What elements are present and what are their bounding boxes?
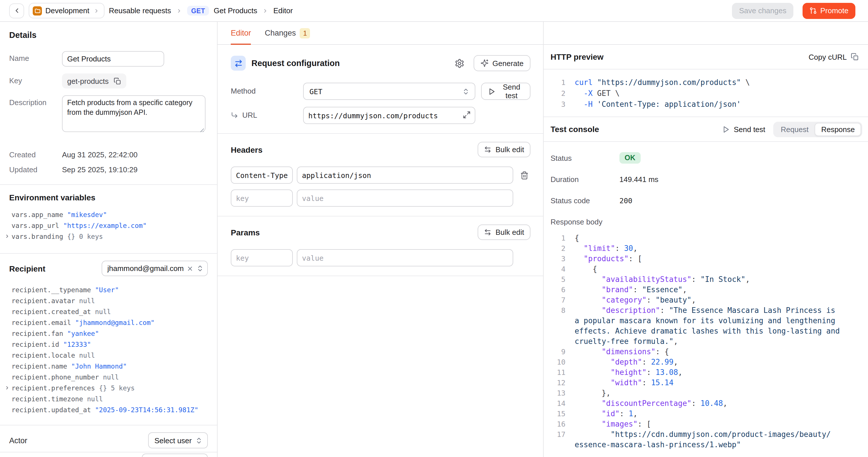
header-key-input[interactable]: [231, 189, 293, 207]
test-console-title: Test console: [551, 125, 714, 134]
chevron-left-icon: [13, 7, 20, 14]
code-text: "category": "beauty",: [575, 295, 696, 305]
breadcrumb-request-name[interactable]: Get Products: [214, 6, 257, 15]
recipient-attr-row: recipient.__typename"User": [9, 284, 208, 295]
env-var-row: vars.app_url"https://example.com": [9, 220, 208, 231]
code-line: 14 "discountPercentage": 10.48,: [551, 398, 868, 409]
test-console-results: Status OK Duration 149.441 ms Status cod…: [544, 142, 868, 226]
code-line: 16 "images": [: [551, 419, 868, 429]
code-text: "brand": "Essence",: [575, 285, 687, 295]
environment-folder-icon: [33, 6, 42, 15]
variable-value: "mikesdev": [67, 210, 107, 218]
line-number: 1: [551, 233, 565, 243]
copy-curl-button[interactable]: Copy cURL: [809, 53, 859, 61]
promote-icon: [809, 7, 817, 14]
method-select[interactable]: GET: [303, 83, 475, 100]
variable-key: recipient.fan: [11, 329, 63, 337]
breadcrumb-reusable-requests[interactable]: Reusable requests: [109, 6, 171, 15]
tenant-select-button[interactable]: Select tenant: [142, 454, 208, 457]
environment-switcher[interactable]: Development: [29, 3, 104, 19]
tab-response[interactable]: Response: [815, 123, 861, 136]
line-number: 3: [551, 99, 565, 110]
settings-gear-icon[interactable]: [454, 57, 466, 69]
created-row: Created Aug 31 2025, 22:42:00: [9, 150, 208, 159]
play-icon: [488, 88, 495, 95]
expand-chevron-icon[interactable]: [5, 234, 11, 239]
name-label: Name: [9, 51, 62, 67]
variable-key: recipient.avatar: [11, 297, 75, 305]
variable-value: "User": [95, 286, 119, 294]
preview-panel: HTTP preview Copy cURL 1curl "https://du…: [544, 22, 868, 457]
header-key-input[interactable]: [231, 166, 293, 184]
tab-editor[interactable]: Editor: [231, 22, 251, 44]
url-row: URL: [231, 107, 530, 124]
line-number: 2: [551, 243, 565, 254]
duration-row: Duration 149.441 ms: [551, 175, 861, 184]
line-number: 14: [551, 398, 565, 409]
tab-changes-label: Changes: [265, 29, 296, 37]
line-number: 5: [551, 274, 565, 285]
code-line: 3 "products": [: [551, 254, 868, 264]
description-textarea[interactable]: Fetch products from a specific category …: [62, 95, 206, 132]
recipient-attr-row[interactable]: recipient.preferences{} 5 keys: [9, 383, 208, 393]
param-value-input[interactable]: [297, 249, 513, 266]
url-input[interactable]: [303, 107, 475, 124]
send-test-button[interactable]: Send test: [481, 83, 530, 100]
chevron-right-icon: [93, 8, 99, 13]
save-changes-button[interactable]: Save changes: [732, 3, 794, 19]
name-row: Name: [9, 51, 208, 67]
tab-request[interactable]: Request: [774, 123, 815, 136]
copy-icon: [851, 53, 859, 61]
back-button[interactable]: [9, 3, 24, 18]
code-text: "depth": 22.99,: [575, 357, 678, 367]
code-text: {: [575, 264, 597, 274]
variable-value: null: [95, 307, 111, 315]
variable-value: "yankee": [67, 329, 99, 337]
clear-icon[interactable]: [187, 265, 193, 272]
line-number: 13: [551, 388, 565, 398]
editor-panel: Editor Changes 1 Request configuration: [218, 22, 544, 457]
param-key-input[interactable]: [231, 249, 293, 266]
expand-chevron-icon[interactable]: [5, 385, 11, 390]
line-number: 16: [551, 419, 565, 429]
recipient-combobox[interactable]: jhammond@gmail.com: [102, 261, 208, 276]
actor-select-button[interactable]: Select user: [148, 432, 208, 448]
variable-key: recipient.id: [11, 340, 59, 348]
headers-bulk-edit-label: Bulk edit: [495, 145, 524, 154]
send-test-label: Send test: [499, 83, 524, 100]
details-sidebar: Details Name Key get-products Descripti: [0, 22, 218, 457]
status-code-label: Status code: [551, 196, 619, 205]
tab-changes[interactable]: Changes 1: [265, 22, 310, 44]
variable-value: null: [79, 351, 95, 359]
generate-label: Generate: [493, 59, 524, 67]
swap-arrows-icon: [231, 56, 246, 71]
code-text: -H 'Content-Type: application/json': [575, 99, 741, 110]
code-line: 4 {: [551, 264, 868, 274]
chevrons-up-down-icon[interactable]: [196, 265, 204, 272]
status-row: Status OK: [551, 152, 861, 164]
generate-button[interactable]: Generate: [474, 55, 530, 71]
variable-key: vars.app_name: [11, 210, 63, 218]
delete-header-button[interactable]: [520, 171, 530, 179]
line-number: 7: [551, 295, 565, 305]
promote-button[interactable]: Promote: [803, 3, 856, 19]
tenant-label: Tenant: [9, 456, 32, 457]
recipient-attr-row: recipient.id"12333": [9, 339, 208, 349]
header-value-input[interactable]: [297, 189, 513, 207]
key-pill[interactable]: get-products: [62, 73, 127, 88]
env-var-row[interactable]: vars.branding{} 0 keys: [9, 231, 208, 242]
code-line: 10 "depth": 22.99,: [551, 357, 868, 367]
console-send-test-button[interactable]: Send test: [722, 125, 765, 133]
name-input[interactable]: [62, 51, 164, 67]
copy-icon[interactable]: [114, 77, 121, 85]
headers-bulk-edit-button[interactable]: Bulk edit: [477, 142, 530, 157]
expand-icon[interactable]: [463, 111, 471, 119]
variable-value: {} 0 keys: [67, 232, 103, 240]
param-empty-row: [231, 249, 530, 266]
description-wrap: Fetch products from a specific category …: [62, 95, 206, 134]
url-label: URL: [242, 111, 257, 119]
header-value-input[interactable]: [297, 166, 513, 184]
line-number: [551, 316, 565, 326]
headers-title: Headers: [231, 145, 262, 154]
params-bulk-edit-button[interactable]: Bulk edit: [477, 224, 530, 240]
